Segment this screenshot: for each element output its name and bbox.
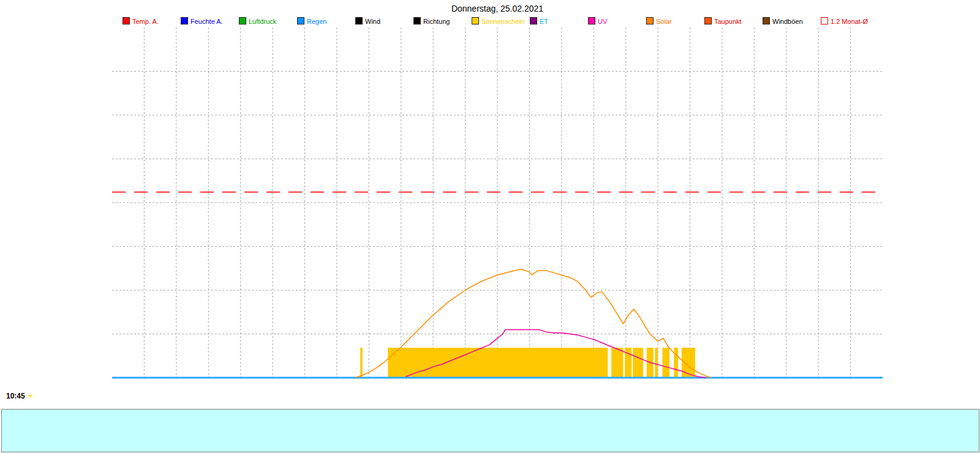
sensor-summary-table bbox=[1, 409, 979, 452]
sunshine-bar bbox=[611, 348, 623, 378]
sunshine-bar bbox=[655, 348, 658, 378]
weather-station-app: { "title": "Donnerstag, 25.02.2021", "fo… bbox=[0, 0, 980, 453]
sunshine-total: 10:45 ☀ bbox=[6, 392, 34, 400]
weather-chart bbox=[0, 0, 980, 409]
sunshine-bar bbox=[682, 348, 695, 378]
sunshine-bar bbox=[674, 348, 678, 378]
sunshine-bar bbox=[633, 348, 643, 378]
sunshine-bar bbox=[360, 348, 363, 378]
sunshine-bar bbox=[662, 348, 669, 378]
sun-icon: ☀ bbox=[27, 392, 34, 400]
sunshine-bar bbox=[388, 348, 608, 378]
